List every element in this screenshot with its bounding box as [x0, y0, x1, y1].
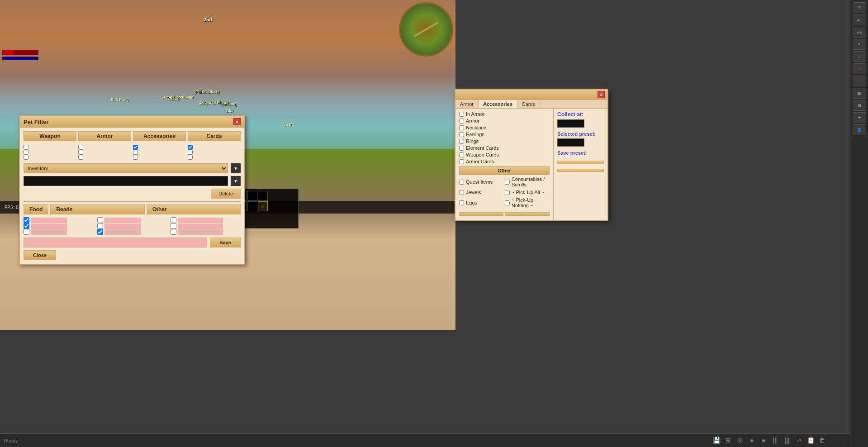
- weapon-cb-2[interactable]: [24, 150, 28, 155]
- clipboard-icon-btn[interactable]: 📋: [806, 435, 816, 445]
- cb-consumables[interactable]: [505, 180, 510, 185]
- second-section: Food Beads Other: [24, 201, 241, 247]
- target-icon-btn[interactable]: ◎: [735, 435, 745, 445]
- tab-cards[interactable]: Cards: [188, 131, 241, 141]
- diamond-slot[interactable]: ◇: [258, 201, 268, 211]
- cb-weapon-cards[interactable]: [459, 152, 464, 157]
- toolbar-list-btn[interactable]: ≡: [853, 39, 866, 50]
- toolbar-text2-btn[interactable]: ab|: [853, 27, 866, 38]
- acc-cb-3[interactable]: [133, 155, 138, 160]
- cb-armor[interactable]: [459, 119, 464, 124]
- armor-cb-1[interactable]: [78, 145, 83, 150]
- bars2-icon-btn[interactable]: |||: [782, 435, 792, 445]
- collect-action-btn-1[interactable]: [459, 212, 503, 216]
- cb-pickup-nothing[interactable]: [505, 200, 510, 205]
- toolbar-check-btn[interactable]: ✓: [853, 51, 866, 62]
- toolbar-plus-btn[interactable]: ⊞: [853, 100, 866, 111]
- rings-label: Rings: [466, 138, 479, 144]
- collect-at-input[interactable]: [557, 119, 584, 128]
- cb-pickup-all[interactable]: [505, 190, 510, 195]
- hotbar-slot-9[interactable]: [247, 201, 257, 211]
- bead-cb-3[interactable]: [97, 229, 103, 235]
- cb-eggs[interactable]: [459, 200, 464, 205]
- collect-close-button[interactable]: ✕: [598, 91, 605, 98]
- list1-icon-btn[interactable]: ≡: [747, 435, 757, 445]
- collect-tab-accessories[interactable]: Accessories: [479, 100, 517, 108]
- collect-tab-armor[interactable]: Armor: [455, 100, 479, 108]
- toolbar-square-btn[interactable]: □: [853, 76, 866, 86]
- other-section-title: Other: [459, 166, 550, 175]
- collect-earrings: Earrings: [459, 132, 550, 137]
- status-text: Ready: [4, 438, 18, 443]
- food-items-col: [24, 217, 94, 235]
- other-cb-3[interactable]: [171, 229, 176, 235]
- cb-earrings[interactable]: [459, 132, 464, 137]
- grid-icon-btn[interactable]: ⊞: [723, 435, 733, 445]
- other-cb-1[interactable]: [171, 217, 176, 223]
- tab-accessories[interactable]: Accessories: [133, 131, 186, 141]
- toolbar-user-btn[interactable]: 👤: [853, 124, 866, 135]
- acc-cb-2[interactable]: [133, 150, 138, 155]
- toolbar-grid-btn[interactable]: ▦: [853, 88, 866, 99]
- pet-filter-title: Pet Filter: [24, 119, 49, 125]
- weapon-cb-1[interactable]: [24, 145, 28, 150]
- food-cb-2[interactable]: [24, 223, 29, 229]
- filter-text-input[interactable]: [24, 176, 228, 186]
- list2-icon-btn[interactable]: ≡: [759, 435, 768, 445]
- card-cb-1[interactable]: [188, 145, 193, 150]
- food-tab[interactable]: Food: [24, 204, 48, 214]
- card-cb-2[interactable]: [188, 150, 193, 155]
- toolbar-star-btn[interactable]: ✦: [853, 112, 866, 123]
- selected-preset-input[interactable]: [557, 138, 584, 147]
- cb-necklace[interactable]: [459, 125, 464, 130]
- necklace-label: Necklace: [466, 125, 486, 130]
- food-cb-1[interactable]: [24, 217, 29, 223]
- preset-load-btn[interactable]: [557, 169, 604, 172]
- bars1-icon-btn[interactable]: |||: [770, 435, 780, 445]
- bead-cb-1[interactable]: [97, 217, 103, 223]
- collect-action-btn-2[interactable]: [505, 212, 550, 216]
- bead-item-2: [97, 223, 167, 229]
- armor-cb-2[interactable]: [78, 150, 83, 155]
- inventory-dropdown[interactable]: Inventory: [24, 163, 228, 173]
- toolbar-text-btn[interactable]: T: [853, 2, 866, 13]
- save-button[interactable]: Save: [210, 238, 241, 247]
- delete-button[interactable]: Delete: [211, 189, 241, 199]
- tab-armor[interactable]: Armor: [78, 131, 131, 141]
- hotbar-slot-4[interactable]: [247, 191, 257, 201]
- cb-element-cards[interactable]: [459, 146, 464, 151]
- dropdown-arrow-icon[interactable]: ▼: [231, 163, 241, 173]
- cb-rings[interactable]: [459, 139, 464, 144]
- tab-weapon[interactable]: Weapon: [24, 131, 76, 141]
- save-icon-btn[interactable]: 💾: [711, 435, 721, 445]
- other-tab[interactable]: Other: [147, 204, 241, 214]
- collect-title-bar: ✕: [455, 90, 607, 100]
- preset-save-btn[interactable]: [557, 161, 604, 164]
- food-cb-3[interactable]: [24, 229, 29, 235]
- npc-dior: Dior: [226, 109, 234, 113]
- weapon-cb-3[interactable]: [24, 155, 28, 160]
- collect-tab-cards[interactable]: Cards: [517, 100, 540, 108]
- cb-quest-items[interactable]: [459, 180, 464, 185]
- acc-cb-1[interactable]: [133, 145, 138, 150]
- hotbar-slot-5[interactable]: [258, 191, 268, 201]
- text-dropdown-arrow-icon[interactable]: ▼: [231, 176, 241, 186]
- export-icon-btn[interactable]: ↗: [794, 435, 804, 445]
- cb-armor-cards[interactable]: [459, 159, 464, 164]
- bead-cb-2[interactable]: [97, 223, 103, 229]
- cb-jewels[interactable]: [459, 190, 464, 195]
- close-button[interactable]: Close: [24, 250, 56, 260]
- minimap[interactable]: [399, 2, 453, 57]
- trash-icon-btn[interactable]: 🗑: [817, 435, 827, 445]
- collect-quest-items: Quest Items: [459, 176, 504, 187]
- card-cb-3[interactable]: [188, 155, 193, 160]
- secondary-filter-input[interactable]: [24, 238, 207, 247]
- quest-items-label: Quest Items: [466, 179, 493, 185]
- cb-in-armor[interactable]: [459, 112, 464, 117]
- toolbar-circle-btn[interactable]: ⊙: [853, 63, 866, 74]
- toolbar-font-btn[interactable]: Aa: [853, 14, 866, 25]
- beads-tab[interactable]: Beads: [50, 204, 144, 214]
- armor-cb-3[interactable]: [78, 155, 83, 160]
- other-cb-2[interactable]: [171, 223, 176, 229]
- pet-filter-close-button[interactable]: ✕: [233, 118, 241, 125]
